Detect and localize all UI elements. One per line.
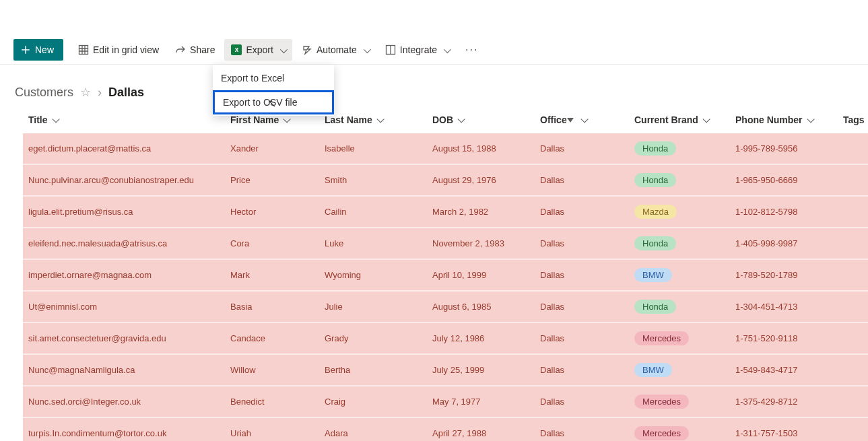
cell-first-name: Price — [225, 164, 319, 196]
cell-tags — [838, 386, 868, 417]
cell-last-name: Craig — [319, 386, 427, 417]
cell-dob: April 27, 1988 — [427, 417, 535, 441]
brand-pill: Honda — [634, 173, 676, 187]
breadcrumb-list[interactable]: Customers — [15, 86, 73, 100]
table-row[interactable]: eget.dictum.placerat@mattis.caXanderIsab… — [23, 133, 868, 164]
cell-title: Nunc.pulvinar.arcu@conubianostraper.edu — [23, 164, 225, 196]
table-row[interactable]: ligula.elit.pretium@risus.caHectorCailin… — [23, 196, 868, 228]
cell-title: ligula.elit.pretium@risus.ca — [23, 196, 225, 228]
cell-first-name: Uriah — [225, 417, 319, 441]
cell-office: Dallas — [535, 386, 629, 417]
new-button-label: New — [35, 44, 54, 55]
export-dropdown: Export to Excel Export to CSV file ↖ — [213, 65, 334, 116]
edit-grid-button[interactable]: Edit in grid view — [71, 39, 166, 61]
col-office[interactable]: Office — [535, 106, 629, 133]
cell-tags — [838, 228, 868, 259]
cell-last-name: Smith — [319, 164, 427, 196]
cell-phone: 1-102-812-5798 — [730, 196, 838, 228]
cell-brand: Honda — [629, 291, 730, 323]
breadcrumb-view: Dallas — [108, 86, 144, 100]
cell-dob: August 15, 1988 — [427, 133, 535, 164]
cell-office: Dallas — [535, 228, 629, 259]
cell-brand: Mercedes — [629, 417, 730, 441]
cell-office: Dallas — [535, 354, 629, 386]
automate-label: Automate — [316, 44, 357, 55]
plus-icon — [20, 44, 31, 55]
col-tags[interactable]: Tags — [838, 106, 868, 133]
cell-tags — [838, 354, 868, 386]
cell-last-name: Julie — [319, 291, 427, 323]
brand-pill: Mazda — [634, 205, 677, 219]
cell-phone: 1-311-757-1503 — [730, 417, 838, 441]
new-button[interactable]: New — [13, 39, 63, 61]
favorite-icon[interactable]: ☆ — [80, 85, 91, 100]
cell-office: Dallas — [535, 196, 629, 228]
chevron-down-icon — [361, 44, 369, 55]
table-row[interactable]: Nunc.pulvinar.arcu@conubianostraper.eduP… — [23, 164, 868, 196]
cell-title: Ut@enimnisl.com — [23, 291, 225, 323]
breadcrumb-separator: › — [98, 86, 102, 100]
svg-rect-0 — [79, 45, 88, 54]
table-row[interactable]: sit.amet.consectetuer@gravida.eduCandace… — [23, 323, 868, 354]
cell-office: Dallas — [535, 164, 629, 196]
cell-last-name: Cailin — [319, 196, 427, 228]
table-row[interactable]: Ut@enimnisl.comBasiaJulieAugust 6, 1985D… — [23, 291, 868, 323]
chevron-down-icon — [441, 44, 449, 55]
cell-title: Nunc.sed.orci@Integer.co.uk — [23, 386, 225, 417]
cell-brand: BMW — [629, 259, 730, 291]
share-label: Share — [190, 44, 215, 55]
automate-button[interactable]: Automate — [295, 39, 376, 61]
share-button[interactable]: Share — [168, 39, 222, 61]
cell-last-name: Isabelle — [319, 133, 427, 164]
col-brand[interactable]: Current Brand — [629, 106, 730, 133]
cell-first-name: Candace — [225, 323, 319, 354]
cell-dob: July 25, 1999 — [427, 354, 535, 386]
more-button[interactable]: ··· — [459, 39, 485, 61]
share-icon — [175, 44, 186, 55]
cell-last-name: Luke — [319, 228, 427, 259]
export-excel-label: Export to Excel — [221, 73, 284, 83]
brand-pill: Honda — [634, 300, 676, 314]
cell-office: Dallas — [535, 133, 629, 164]
col-title[interactable]: Title — [23, 106, 225, 133]
col-phone[interactable]: Phone Number — [730, 106, 838, 133]
cell-phone: 1-304-451-4713 — [730, 291, 838, 323]
col-last-name[interactable]: Last Name — [319, 106, 427, 133]
cell-dob: March 2, 1982 — [427, 196, 535, 228]
table-row[interactable]: eleifend.nec.malesuada@atrisus.caCoraLuk… — [23, 228, 868, 259]
cell-title: eget.dictum.placerat@mattis.ca — [23, 133, 225, 164]
cell-last-name: Grady — [319, 323, 427, 354]
cell-dob: November 2, 1983 — [427, 228, 535, 259]
export-excel-item[interactable]: Export to Excel — [213, 66, 334, 90]
export-button[interactable]: x Export — [224, 39, 292, 61]
brand-pill: Mercedes — [634, 395, 689, 409]
cell-last-name: Adara — [319, 417, 427, 441]
cell-first-name: Willow — [225, 354, 319, 386]
cell-phone: 1-995-789-5956 — [730, 133, 838, 164]
cell-tags — [838, 133, 868, 164]
cell-tags — [838, 291, 868, 323]
brand-pill: Mercedes — [634, 331, 689, 345]
cell-dob: April 10, 1999 — [427, 259, 535, 291]
cell-phone: 1-965-950-6669 — [730, 164, 838, 196]
cell-title: eleifend.nec.malesuada@atrisus.ca — [23, 228, 225, 259]
cell-brand: Honda — [629, 228, 730, 259]
edit-grid-label: Edit in grid view — [93, 44, 159, 55]
cell-tags — [838, 196, 868, 228]
table-row[interactable]: Nunc@magnaNamligula.caWillowBerthaJuly 2… — [23, 354, 868, 386]
cell-title: turpis.In.condimentum@tortor.co.uk — [23, 417, 225, 441]
cell-brand: BMW — [629, 354, 730, 386]
table-row[interactable]: turpis.In.condimentum@tortor.co.ukUriahA… — [23, 417, 868, 441]
cell-brand: Mercedes — [629, 386, 730, 417]
col-dob[interactable]: DOB — [427, 106, 535, 133]
command-bar: New Edit in grid view Share x Export Aut… — [0, 35, 868, 65]
table-row[interactable]: Nunc.sed.orci@Integer.co.ukBenedictCraig… — [23, 386, 868, 417]
integrate-icon — [385, 44, 396, 55]
cell-dob: July 12, 1986 — [427, 323, 535, 354]
table-row[interactable]: imperdiet.ornare@magnaa.comMarkWyomingAp… — [23, 259, 868, 291]
export-csv-item[interactable]: Export to CSV file ↖ — [213, 90, 334, 114]
cell-phone: 1-751-520-9118 — [730, 323, 838, 354]
brand-pill: BMW — [634, 363, 672, 377]
integrate-button[interactable]: Integrate — [378, 39, 456, 61]
cell-first-name: Cora — [225, 228, 319, 259]
